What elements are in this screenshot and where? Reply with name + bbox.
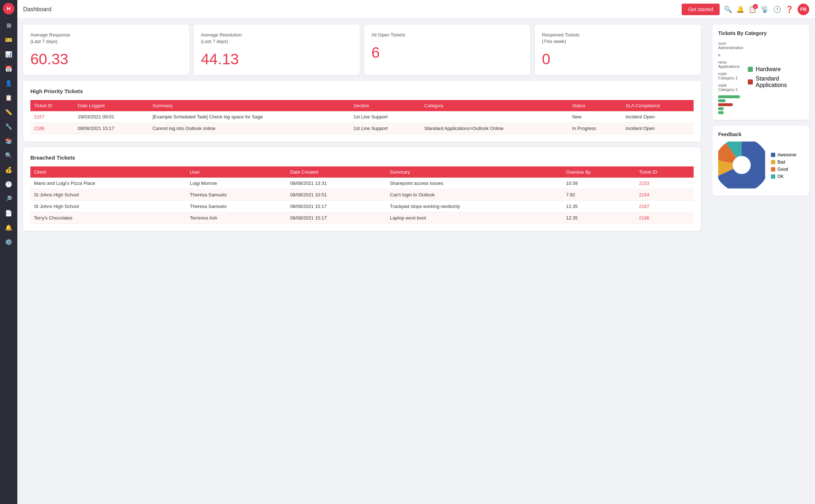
cell-summary: Trackpad stops working randomly bbox=[386, 201, 562, 212]
tickets-by-category-title: Tickets By Category bbox=[718, 30, 803, 36]
category-name-1: ount Administration bbox=[718, 40, 743, 51]
sidebar-item-reports[interactable]: 📊 bbox=[2, 48, 15, 61]
bar-chart bbox=[718, 95, 743, 114]
cell-summary: Sharepoint access issues bbox=[386, 178, 562, 189]
sidebar-item-users[interactable]: 👤 bbox=[2, 77, 15, 90]
cell-overdue: 12.35 bbox=[562, 201, 635, 212]
page-title: Dashboard bbox=[23, 6, 682, 13]
sidebar-item-magnify[interactable]: 🔎 bbox=[2, 192, 15, 205]
stat-card-avg-resolution: Average Resolution(Last 7 days) 44.13 bbox=[194, 25, 360, 75]
sidebar-item-edit[interactable]: ✏️ bbox=[2, 105, 15, 118]
avatar[interactable]: FB bbox=[798, 4, 809, 15]
table-row: 2188 08/08/2021 15:17 Cannot log into Ou… bbox=[30, 123, 694, 134]
feedback-title: Feedback bbox=[718, 131, 803, 137]
app-logo[interactable]: H bbox=[3, 3, 14, 14]
sidebar-item-billing[interactable]: 💰 bbox=[2, 163, 15, 176]
cell-user: Theresa Samuels bbox=[186, 189, 287, 201]
breached-tickets-card: Breached Tickets Client User Date Create… bbox=[23, 147, 701, 231]
pie-label-ok: OK bbox=[777, 174, 784, 179]
pie-label-bad: Bad bbox=[777, 160, 785, 165]
content-area: Average Response(Last 7 days) 60.33 Aver… bbox=[17, 19, 815, 504]
col-user: User bbox=[186, 166, 287, 178]
ticket-link-2188[interactable]: 2188 bbox=[34, 126, 44, 131]
high-priority-tickets-card: High Priority Tickets Ticket ID Date Log… bbox=[23, 81, 701, 142]
sidebar-item-dashboard[interactable]: ⊞ bbox=[2, 19, 15, 32]
pie-label-good: Good bbox=[777, 167, 788, 172]
sidebar-item-tickets[interactable]: 🎫 bbox=[2, 33, 15, 46]
sidebar-item-alerts[interactable]: 🔔 bbox=[2, 221, 15, 234]
rss-icon[interactable]: 📡 bbox=[761, 5, 769, 13]
clipboard-icon[interactable]: 📋 1 bbox=[749, 5, 756, 13]
high-priority-table-header: Ticket ID Date Logged Summary Section Ca… bbox=[30, 100, 694, 111]
cell-sla: Incident Open bbox=[622, 123, 694, 134]
cell-sla: Incident Open bbox=[622, 111, 694, 123]
topbar: Dashboard Get started 🔍 🔔 📋 1 📡 🕐 ❓ FB bbox=[17, 0, 815, 19]
col-date-logged: Date Logged bbox=[74, 100, 149, 111]
cell-summary: [Example Scheduled Task] Check log space… bbox=[149, 111, 350, 123]
get-started-button[interactable]: Get started bbox=[682, 4, 720, 15]
sidebar-item-docs[interactable]: 📄 bbox=[2, 207, 15, 220]
pie-label-awesome: Awesome bbox=[777, 152, 796, 157]
bell-icon[interactable]: 🔔 bbox=[736, 5, 744, 13]
sidebar-item-clipboard[interactable]: 📋 bbox=[2, 91, 15, 104]
ticket-link-2187[interactable]: 2187 bbox=[639, 204, 650, 209]
high-priority-title: High Priority Tickets bbox=[30, 88, 694, 94]
category-name-2: e bbox=[718, 52, 743, 58]
cell-date: 08/08/2021 15:17 bbox=[286, 201, 386, 212]
cell-date: 08/08/2021 15:17 bbox=[286, 212, 386, 224]
ticket-link-2154[interactable]: 2154 bbox=[639, 192, 650, 197]
breached-table-body: Mario and Luigi's Pizza Place Luigi Monr… bbox=[30, 178, 694, 224]
legend-label-standard: Standard Applications bbox=[756, 75, 803, 88]
ticket-link-2186[interactable]: 2186 bbox=[639, 215, 650, 221]
pie-legend: Awesome Bad Good OK bbox=[771, 152, 796, 179]
pie-dot-awesome bbox=[771, 153, 775, 157]
stat-avg-resolution-value: 44.13 bbox=[201, 51, 353, 68]
clock-icon[interactable]: 🕐 bbox=[773, 5, 781, 13]
cell-summary: Laptop wont boot bbox=[386, 212, 562, 224]
col-status: Status bbox=[569, 100, 622, 111]
search-icon[interactable]: 🔍 bbox=[724, 5, 732, 13]
ticket-link-2157[interactable]: 2157 bbox=[34, 114, 44, 120]
ticket-link-2153[interactable]: 2153 bbox=[639, 181, 650, 186]
legend-label-hardware: Hardware bbox=[756, 66, 781, 73]
feedback-card: Feedback bbox=[712, 126, 809, 196]
cell-date: 19/03/2021 09:01 bbox=[74, 111, 149, 123]
sidebar-item-calendar[interactable]: 📅 bbox=[2, 62, 15, 75]
table-row: Mario and Luigi's Pizza Place Luigi Monr… bbox=[30, 178, 694, 189]
cell-overdue: 12.35 bbox=[562, 212, 635, 224]
breached-table: Client User Date Created Summary Overdue… bbox=[30, 166, 694, 224]
pie-legend-bad: Bad bbox=[771, 160, 796, 165]
topbar-actions: Get started 🔍 🔔 📋 1 📡 🕐 ❓ FB bbox=[682, 4, 809, 15]
col-client: Client bbox=[30, 166, 186, 178]
cell-user: Luigi Monroe bbox=[186, 178, 287, 189]
breached-title: Breached Tickets bbox=[30, 155, 694, 161]
pie-legend-good: Good bbox=[771, 167, 796, 172]
stats-row: Average Response(Last 7 days) 60.33 Aver… bbox=[23, 25, 701, 75]
sidebar-item-search[interactable]: 🔍 bbox=[2, 149, 15, 162]
stat-avg-response-value: 60.33 bbox=[30, 51, 182, 68]
cell-status: New bbox=[569, 111, 622, 123]
stat-card-avg-response: Average Response(Last 7 days) 60.33 bbox=[23, 25, 189, 75]
tickets-by-category-content: ount Administration e ness Applications … bbox=[718, 40, 803, 114]
col-sla: SLA Compliance bbox=[622, 100, 694, 111]
category-name-5: mple Category 2 bbox=[718, 82, 743, 92]
cell-overdue: 7.92 bbox=[562, 189, 635, 201]
sidebar-item-books[interactable]: 📚 bbox=[2, 134, 15, 147]
cell-date: 08/08/2021 15:17 bbox=[74, 123, 149, 134]
pie-legend-awesome: Awesome bbox=[771, 152, 796, 157]
sidebar-item-tools[interactable]: 🔧 bbox=[2, 120, 15, 133]
cell-ticket-id: 2154 bbox=[635, 189, 694, 201]
stat-reopened-title: Reopened Tickets(This week) bbox=[542, 32, 694, 45]
col-ticket-id: Ticket ID bbox=[635, 166, 694, 178]
col-date-created: Date Created bbox=[286, 166, 386, 178]
cell-category: Standard Applications>Outlook Online bbox=[421, 123, 569, 134]
sidebar-item-time[interactable]: 🕐 bbox=[2, 178, 15, 191]
high-priority-table: Ticket ID Date Logged Summary Section Ca… bbox=[30, 100, 694, 134]
stat-card-reopened: Reopened Tickets(This week) 0 bbox=[535, 25, 701, 75]
cell-date: 08/08/2021 13:31 bbox=[286, 178, 386, 189]
sidebar-item-settings[interactable]: ⚙️ bbox=[2, 235, 15, 248]
col-summary: Summary bbox=[386, 166, 562, 178]
help-icon[interactable]: ❓ bbox=[785, 5, 793, 13]
category-chart-legend: Hardware Standard Applications bbox=[748, 40, 803, 114]
left-panel: Average Response(Last 7 days) 60.33 Aver… bbox=[17, 19, 707, 504]
